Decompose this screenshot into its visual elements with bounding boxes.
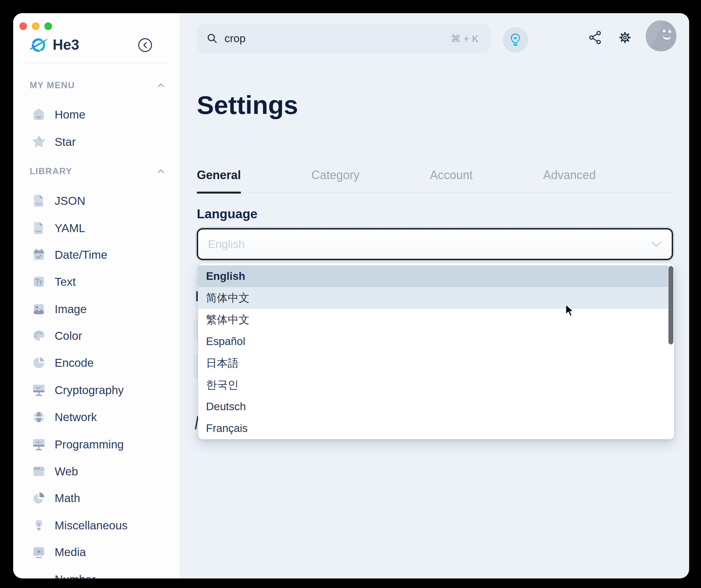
sidebar-item-image[interactable]: Image [26,299,167,319]
svg-text:</>: </> [35,440,41,444]
sidebar-section-my-menu[interactable]: MY MENU [30,78,165,92]
he3-logo-icon [29,35,48,54]
app-window: He3 MY MENU Home Star [13,13,689,578]
chevron-up-icon [157,83,165,87]
sidebar-item-label: Media [55,546,86,559]
sidebar-item-yaml[interactable]: YAML YAML [26,218,167,238]
sidebar-item-number[interactable]: Number [26,569,167,578]
language-label: Language [197,207,257,221]
user-avatar[interactable] [644,19,677,52]
minimize-window-button[interactable] [32,22,39,30]
sidebar-item-star[interactable]: Star [26,132,167,152]
code-monitor-icon: </> [32,437,46,452]
globe-icon [32,410,46,424]
sidebar-item-label: Image [55,303,86,316]
star-icon [32,135,46,149]
sidebar-item-media[interactable]: Media [26,542,167,562]
sidebar-item-label: Cryptography [55,384,124,397]
sidebar-item-label: Math [55,492,80,505]
dropdown-scrollbar-thumb[interactable] [668,266,673,344]
page-title: Settings [197,90,298,120]
sidebar-divider [25,62,166,63]
sidebar-item-network[interactable]: Network [26,407,167,427]
text-icon [32,274,46,289]
sidebar-item-cryptography[interactable]: </> Cryptography [26,380,167,400]
sidebar-item-color[interactable]: Color [26,326,167,346]
option-french[interactable]: Français [198,417,668,439]
mouse-cursor [565,304,576,318]
option-german[interactable]: Deutsch [198,396,668,417]
tab-category[interactable]: Category [311,158,360,192]
home-icon [32,107,46,122]
zoom-window-button[interactable] [44,22,52,30]
sidebar-item-json[interactable]: JSON JSON [26,191,167,211]
option-spanish[interactable]: Español [198,331,668,352]
json-file-icon: JSON [32,194,46,208]
settings-gear-button[interactable] [617,30,633,45]
sidebar-item-encode[interactable]: Encode [26,353,167,373]
tab-general[interactable]: General [197,158,241,192]
encode-icon [32,356,46,370]
search-shortcut: ⌘ + K [451,33,479,44]
sidebar-item-programming[interactable]: </> Programming [26,434,167,455]
option-traditional-chinese[interactable]: 繁体中文 [198,309,668,331]
app-name: He3 [53,36,79,53]
pie-chart-icon [32,491,46,506]
svg-text:</>: </> [35,386,41,390]
sidebar-item-label: Web [55,465,78,478]
chevron-up-icon [157,169,165,174]
svg-text:YAML: YAML [35,230,42,233]
palette-icon [32,329,46,343]
sidebar-item-miscellaneous[interactable]: Miscellaneous [26,515,167,536]
close-window-button[interactable] [19,22,27,30]
sidebar-item-label: Encode [55,356,94,369]
sidebar-item-datetime[interactable]: Date/Time [26,245,167,265]
sidebar-item-label: Star [55,135,76,149]
search-bar[interactable]: crop ⌘ + K [197,24,490,53]
sidebar-item-text[interactable]: Text [26,271,167,292]
svg-text:JSON: JSON [35,202,42,205]
search-icon [205,32,219,45]
sidebar-section-library[interactable]: LIBRARY [30,164,165,178]
sidebar-item-label: Home [55,108,85,121]
sidebar-item-web[interactable]: Web [26,461,167,482]
calendar-icon [32,247,46,262]
sidebar-item-label: JSON [55,194,85,207]
media-player-icon [32,545,46,559]
tab-account[interactable]: Account [430,158,473,192]
option-korean[interactable]: 한국인 [198,374,668,396]
brackets-icon [32,572,46,578]
share-button[interactable] [588,30,604,45]
sidebar-item-label: Date/Time [55,248,107,261]
lightbulb-tip-icon [508,32,523,47]
chevron-down-icon [651,241,662,247]
sidebar-item-label: Network [55,411,97,424]
option-english[interactable]: English [198,265,668,287]
browser-icon [32,464,46,479]
search-input-value[interactable]: crop [224,32,245,45]
sidebar-item-label: Miscellaneous [55,519,128,532]
language-dropdown: English 简体中文 繁体中文 Español 日本語 한국인 Deutsc… [198,263,674,439]
section-label: LIBRARY [30,166,72,176]
sidebar-item-label: Color [55,329,82,342]
sidebar-item-math[interactable]: Math [26,488,167,508]
window-controls [19,22,52,30]
sidebar-item-home[interactable]: Home [26,105,167,125]
language-select[interactable]: English [197,228,673,260]
hidden-content-sliver [196,291,198,301]
sidebar: He3 MY MENU Home Star [13,13,180,578]
settings-tabs: General Category Account Advanced [197,158,673,193]
sidebar-item-label: YAML [55,222,85,235]
sidebar-collapse-button[interactable] [138,37,153,53]
sidebar-item-label: Number [55,573,95,578]
yaml-file-icon: YAML [32,221,46,235]
option-japanese[interactable]: 日本語 [198,352,668,374]
section-label: MY MENU [30,80,75,90]
option-simplified-chinese[interactable]: 简体中文 [198,287,668,309]
image-icon [32,302,46,317]
lightbulb-icon [32,518,46,533]
tab-advanced[interactable]: Advanced [543,158,596,192]
tips-button[interactable] [502,27,528,53]
language-select-value: English [208,238,245,250]
sidebar-item-label: Programming [55,438,124,451]
